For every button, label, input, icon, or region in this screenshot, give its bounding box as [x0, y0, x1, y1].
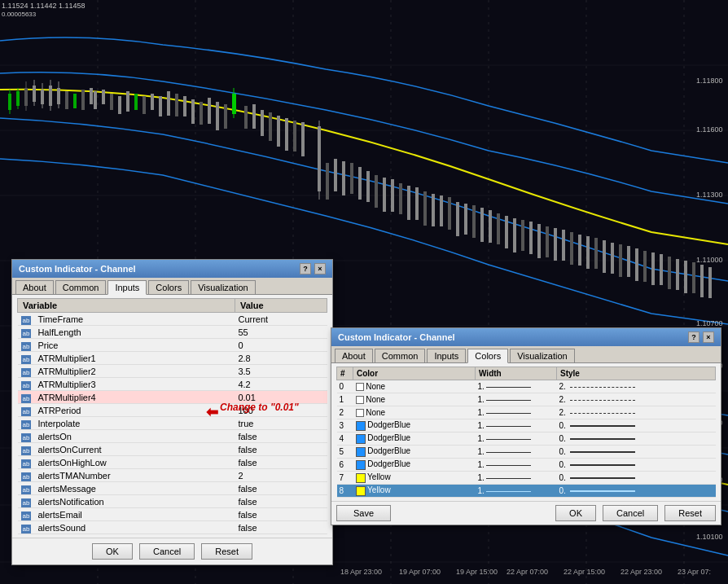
- tab-colors-colors[interactable]: Colors: [467, 349, 508, 363]
- row-style-cell[interactable]: 0.: [557, 459, 716, 472]
- col-width: Width: [476, 367, 557, 380]
- color-swatch: [356, 473, 366, 483]
- dialog-colors-ok-btn[interactable]: OK: [555, 505, 596, 521]
- dialog-inputs-close-btn[interactable]: ×: [314, 263, 326, 274]
- colors-table-row[interactable]: 2 None 1. 2.: [337, 406, 716, 419]
- row-width-cell[interactable]: 1.: [476, 419, 557, 433]
- inputs-table-row[interactable]: ab alertsOnCurrent false: [18, 443, 327, 456]
- row-width-cell[interactable]: 1.: [476, 459, 557, 472]
- tab-colors-inputs[interactable]: Inputs: [427, 349, 466, 362]
- dialog-inputs-reset-btn[interactable]: Reset: [201, 543, 252, 560]
- row-icon: ab: [18, 378, 35, 391]
- dialog-inputs-title[interactable]: Custom Indicator - Channel ? ×: [12, 260, 332, 278]
- row-style-cell[interactable]: 0.: [557, 485, 716, 498]
- row-color-cell[interactable]: DodgerBlue: [353, 433, 476, 446]
- row-color-cell[interactable]: DodgerBlue: [353, 419, 476, 433]
- row-style-cell[interactable]: 0.: [557, 446, 716, 459]
- inputs-table-row[interactable]: ab ATRMultiplier3 4.2: [18, 378, 327, 391]
- row-style-cell[interactable]: 2.: [557, 406, 716, 419]
- row-variable: ATRMultiplier2: [34, 365, 235, 378]
- inputs-table-row[interactable]: ab ATRMultiplier2 3.5: [18, 365, 327, 378]
- dialog-colors-help-btn[interactable]: ?: [688, 332, 699, 343]
- row-color-cell[interactable]: Yellow: [353, 485, 476, 498]
- color-checkbox[interactable]: [356, 409, 364, 417]
- colors-table-row[interactable]: 7 Yellow 1. 0.: [337, 472, 716, 485]
- svg-rect-83: [513, 218, 516, 252]
- dialog-colors-bottom: Save OK Cancel Reset: [331, 501, 721, 525]
- row-color-cell[interactable]: DodgerBlue: [353, 446, 476, 459]
- tab-colors-about[interactable]: About: [335, 349, 373, 362]
- dialog-colors-cancel-btn[interactable]: Cancel: [603, 505, 658, 521]
- dialog-inputs-ok-btn[interactable]: OK: [92, 543, 133, 560]
- inputs-scroll-area[interactable]: Variable Value ab TimeFrame Current ab H…: [17, 298, 327, 534]
- inputs-table-row[interactable]: ab alertsOnHighLow false: [18, 456, 327, 469]
- svg-rect-102: [668, 257, 671, 289]
- row-value: 2: [235, 469, 327, 482]
- row-width-cell[interactable]: 1.: [476, 485, 557, 498]
- colors-table-row[interactable]: 4 DodgerBlue 1. 0.: [337, 433, 716, 446]
- inputs-table-row[interactable]: ab alertsEmail false: [18, 508, 327, 521]
- inputs-table-row[interactable]: ab alertsOn false: [18, 430, 327, 443]
- tab-about[interactable]: About: [15, 280, 54, 294]
- tab-inputs[interactable]: Inputs: [107, 280, 147, 295]
- row-value: false: [235, 521, 327, 534]
- row-width-cell[interactable]: 1.: [476, 433, 557, 446]
- color-checkbox[interactable]: [356, 383, 364, 391]
- tab-visualization[interactable]: Visualization: [191, 280, 256, 294]
- inputs-table-row[interactable]: ab alertsTMANumber 2: [18, 469, 327, 482]
- row-width-cell[interactable]: 1.: [476, 380, 557, 393]
- svg-rect-86: [537, 224, 541, 258]
- svg-text:1.10100: 1.10100: [696, 533, 723, 541]
- dialog-colors-save-btn[interactable]: Save: [336, 505, 391, 521]
- inputs-table-row[interactable]: ab Interpolate true: [18, 417, 327, 430]
- tab-colors-common[interactable]: Common: [375, 349, 426, 362]
- tab-colors[interactable]: Colors: [148, 280, 189, 294]
- inputs-table-row[interactable]: ab Price 0: [18, 339, 327, 352]
- svg-text:1.11800: 1.11800: [696, 77, 723, 85]
- row-width-cell[interactable]: 1.: [476, 446, 557, 459]
- row-width-cell[interactable]: 1.: [476, 406, 557, 419]
- dialog-colors-reset-btn[interactable]: Reset: [664, 505, 716, 521]
- tab-colors-visualization[interactable]: Visualization: [510, 349, 575, 362]
- color-checkbox[interactable]: [356, 396, 364, 404]
- inputs-table-row[interactable]: ab alertsSound false: [18, 521, 327, 534]
- row-value: true: [235, 417, 327, 430]
- colors-table-row[interactable]: 6 DodgerBlue 1. 0.: [337, 459, 716, 472]
- row-color-cell[interactable]: None: [353, 380, 476, 393]
- svg-text:1.11000: 1.11000: [696, 256, 723, 264]
- colors-table-row[interactable]: 5 DodgerBlue 1. 0.: [337, 446, 716, 459]
- inputs-table-row[interactable]: ab HalfLength 55: [18, 326, 327, 339]
- row-style-cell[interactable]: 0.: [557, 419, 716, 433]
- inputs-table-row[interactable]: ab alertsMessage false: [18, 482, 327, 495]
- inputs-table-row[interactable]: ab alertsNotification false: [18, 495, 327, 508]
- row-color-cell[interactable]: Yellow: [353, 472, 476, 485]
- svg-rect-45: [208, 98, 211, 124]
- dialog-inputs-cancel-btn[interactable]: Cancel: [139, 543, 195, 560]
- svg-rect-74: [440, 195, 443, 226]
- tab-common[interactable]: Common: [55, 280, 107, 294]
- inputs-table-row[interactable]: ab ATRMultiplier1 2.8: [18, 352, 327, 365]
- svg-rect-50: [244, 106, 248, 129]
- row-style-cell[interactable]: 0.: [557, 433, 716, 446]
- row-width-cell[interactable]: 1.: [476, 472, 557, 485]
- svg-rect-106: [700, 265, 704, 297]
- colors-table-row[interactable]: 3 DodgerBlue 1. 0.: [337, 419, 716, 433]
- row-num: 4: [337, 433, 353, 446]
- dialog-colors-title[interactable]: Custom Indicator - Channel ? ×: [331, 328, 721, 346]
- colors-table-row[interactable]: 8 Yellow 1. 0.: [337, 485, 716, 498]
- row-color-cell[interactable]: DodgerBlue: [353, 459, 476, 472]
- dialog-colors-close-btn[interactable]: ×: [703, 332, 714, 343]
- colors-table-row[interactable]: 0 None 1. 2.: [337, 380, 716, 393]
- row-style-cell[interactable]: 2.: [557, 380, 716, 393]
- row-color-cell[interactable]: None: [353, 393, 476, 406]
- row-style-cell[interactable]: 2.: [557, 393, 716, 406]
- row-color-cell[interactable]: None: [353, 406, 476, 419]
- dialog-colors-title-buttons: ? ×: [688, 332, 714, 343]
- colors-table-row[interactable]: 1 None 1. 2.: [337, 393, 716, 406]
- row-width-cell[interactable]: 1.: [476, 393, 557, 406]
- row-variable: HalfLength: [34, 326, 235, 339]
- inputs-table-row[interactable]: ab TimeFrame Current: [18, 313, 327, 326]
- dialog-inputs-help-btn[interactable]: ?: [300, 263, 311, 274]
- svg-rect-92: [586, 236, 590, 269]
- row-style-cell[interactable]: 0.: [557, 472, 716, 485]
